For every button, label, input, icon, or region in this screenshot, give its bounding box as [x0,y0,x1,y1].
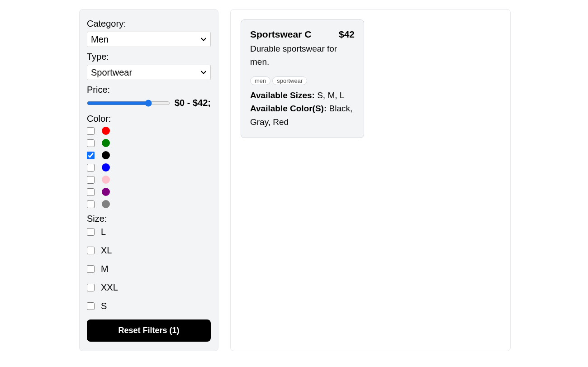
color-option [87,188,211,196]
category-label: Category: [87,19,211,29]
sizes-meta-value: S, M, L [315,91,344,100]
color-option [87,127,211,135]
size-label: XL [101,245,112,256]
color-label: Color: [87,114,211,124]
product-name: Sportswear C [250,29,311,40]
color-option [87,176,211,184]
color-checkbox-blue[interactable] [87,164,95,172]
filter-sidebar: Category: Men Type: Sportwear Price: $0 … [79,9,218,351]
color-option [87,139,211,147]
results-panel: Sportswear C $42 Durable sportswear for … [230,9,511,351]
color-swatch-icon [102,139,110,147]
color-swatch-icon [102,127,110,135]
size-checkbox-l[interactable] [87,228,95,236]
color-checkbox-gray[interactable] [87,200,95,208]
color-checkbox-purple[interactable] [87,188,95,196]
size-label: L [101,227,106,237]
size-label: XXL [101,282,118,293]
colors-meta-label: Available Color(S): [250,104,327,113]
color-checkbox-green[interactable] [87,139,95,147]
color-option [87,151,211,159]
product-card[interactable]: Sportswear C $42 Durable sportswear for … [241,19,364,138]
color-swatch-icon [102,200,110,208]
color-swatch-icon [102,151,110,159]
size-checkbox-xxl[interactable] [87,284,95,291]
category-select[interactable]: Men [87,32,211,47]
color-option [87,200,211,208]
color-swatch-icon [102,163,110,172]
product-tag: men [250,76,270,85]
price-slider[interactable] [87,100,170,107]
color-option [87,163,211,172]
size-label: S [101,301,107,311]
size-checkbox-s[interactable] [87,302,95,310]
type-select[interactable]: Sportwear [87,65,211,80]
size-option: XL [87,245,211,256]
color-checkbox-pink[interactable] [87,176,95,184]
type-label: Type: [87,52,211,62]
size-checkbox-m[interactable] [87,265,95,273]
color-checkbox-red[interactable] [87,127,95,135]
size-checkbox-xl[interactable] [87,247,95,254]
color-checkbox-black[interactable] [87,152,95,159]
color-swatch-icon [102,176,110,184]
size-label: Size: [87,214,211,224]
price-display: $0 - $42; [175,98,211,108]
reset-filters-button[interactable]: Reset Filters (1) [87,319,211,342]
product-tag: sportwear [272,76,307,85]
price-label: Price: [87,85,211,95]
size-option: S [87,301,211,311]
size-option: M [87,264,211,274]
size-option: XXL [87,282,211,293]
product-description: Durable sportswear for men. [250,43,355,68]
sizes-meta-label: Available Sizes: [250,91,315,100]
size-label: M [101,264,109,274]
size-option: L [87,227,211,237]
product-price: $42 [339,29,355,40]
color-swatch-icon [102,188,110,196]
